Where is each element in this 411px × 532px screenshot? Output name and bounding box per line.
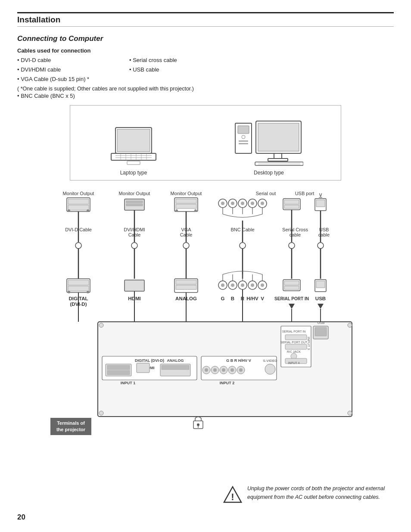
desktop-label: Desktop type xyxy=(254,170,284,176)
svg-point-168 xyxy=(265,364,275,374)
svg-point-48 xyxy=(231,202,234,205)
svg-rect-13 xyxy=(238,126,249,134)
svg-point-170 xyxy=(99,411,103,415)
svg-text:Serial out: Serial out xyxy=(256,191,276,196)
svg-text:INPUT 3: INPUT 3 xyxy=(307,337,311,350)
laptop-icon xyxy=(108,125,159,166)
svg-point-77 xyxy=(240,243,246,249)
svg-rect-106 xyxy=(284,281,299,285)
svg-rect-109 xyxy=(316,281,325,288)
svg-point-75 xyxy=(131,243,137,249)
svg-point-79 xyxy=(318,243,324,249)
svg-text:Monitor Output: Monitor Output xyxy=(63,191,94,196)
svg-point-165 xyxy=(239,368,243,372)
svg-point-104 xyxy=(261,283,264,287)
svg-rect-36 xyxy=(126,204,143,206)
svg-rect-133 xyxy=(285,335,307,340)
svg-text:Serial Cross: Serial Cross xyxy=(282,227,308,232)
svg-point-169 xyxy=(99,323,103,327)
svg-text:Monitor Output: Monitor Output xyxy=(171,191,202,196)
svg-rect-11 xyxy=(127,161,140,165)
svg-text:USB port: USB port xyxy=(295,191,314,196)
svg-text:ANALOG: ANALOG xyxy=(167,358,184,363)
cables-note: ( *One cable is supplied; Other cables a… xyxy=(17,86,394,92)
cable-item-4: • Serial cross cable xyxy=(129,56,241,65)
svg-point-101 xyxy=(231,283,234,287)
svg-rect-107 xyxy=(284,286,299,289)
svg-point-50 xyxy=(251,202,254,205)
svg-rect-149 xyxy=(137,363,149,373)
svg-point-164 xyxy=(230,368,234,372)
cable-item-2: • DVI/HDMI cable xyxy=(17,65,129,75)
svg-point-76 xyxy=(183,243,189,249)
svg-rect-53 xyxy=(284,200,299,204)
svg-rect-146 xyxy=(107,365,130,370)
svg-rect-21 xyxy=(255,162,303,165)
svg-point-40 xyxy=(175,209,178,212)
svg-point-51 xyxy=(261,202,264,205)
svg-text:Monitor Output: Monitor Output xyxy=(119,191,150,196)
laptop-label: Laptop type xyxy=(120,170,147,176)
svg-text:INPUT 4: INPUT 4 xyxy=(288,361,300,364)
cable-item-1: • DVI-D cable xyxy=(17,56,129,65)
svg-rect-135 xyxy=(285,344,307,349)
svg-rect-91 xyxy=(125,280,144,291)
svg-point-172 xyxy=(348,411,352,415)
svg-point-100 xyxy=(221,283,224,287)
svg-point-163 xyxy=(222,368,225,372)
svg-point-162 xyxy=(213,368,217,372)
svg-rect-56 xyxy=(316,200,325,207)
svg-rect-54 xyxy=(284,205,299,208)
svg-text:INPUT 2: INPUT 2 xyxy=(220,381,235,385)
warning-section: ! Unplug the power cords of both the pro… xyxy=(17,484,394,505)
svg-rect-35 xyxy=(126,201,143,203)
svg-text:USB: USB xyxy=(315,296,326,301)
svg-rect-39 xyxy=(176,204,196,208)
svg-marker-123 xyxy=(318,304,324,309)
svg-point-90 xyxy=(87,291,89,293)
svg-text:USB: USB xyxy=(318,321,324,325)
svg-rect-140 xyxy=(315,327,327,336)
svg-text:SERIAL PORT OUT: SERIAL PORT OUT xyxy=(280,341,308,344)
svg-point-161 xyxy=(205,368,208,372)
svg-rect-87 xyxy=(68,280,89,285)
warning-icon: ! xyxy=(223,485,242,505)
svg-point-49 xyxy=(241,202,244,205)
connection-diagram: Terminals ofthe projector Monitor Output… xyxy=(17,188,394,478)
svg-rect-1 xyxy=(117,129,150,152)
svg-rect-2 xyxy=(111,153,156,160)
svg-rect-88 xyxy=(68,286,89,291)
svg-point-171 xyxy=(348,323,352,327)
cables-bnc: • BNC Cable (BNC x 5) xyxy=(17,93,394,99)
cable-item-3: • VGA Cable (D-sub 15 pin) * xyxy=(17,75,129,84)
svg-text:H/HV: H/HV xyxy=(246,296,258,301)
svg-rect-94 xyxy=(176,285,196,289)
svg-rect-30 xyxy=(68,199,89,204)
header-bar: Installation xyxy=(17,12,394,27)
svg-text:G  B  R  H/HV  V: G B R H/HV V xyxy=(226,358,251,363)
svg-rect-20 xyxy=(268,159,288,161)
svg-text:SERIAL PORT IN: SERIAL PORT IN xyxy=(274,296,309,301)
cables-heading: Cables used for connection xyxy=(17,47,394,54)
svg-marker-121 xyxy=(289,304,295,309)
svg-point-174 xyxy=(197,423,199,426)
svg-point-78 xyxy=(289,243,295,249)
desktop-device: Desktop type xyxy=(234,119,303,176)
cable-item-5: • USB cable xyxy=(129,65,241,75)
svg-point-74 xyxy=(75,243,81,249)
warning-text: Unplug the power cords of both the proje… xyxy=(247,484,394,501)
svg-text:INPUT 1: INPUT 1 xyxy=(121,381,136,385)
svg-text:!: ! xyxy=(231,492,234,502)
svg-text:S-VIDEO: S-VIDEO xyxy=(263,359,277,363)
svg-point-47 xyxy=(221,202,224,205)
page-number: 20 xyxy=(17,513,394,522)
svg-point-103 xyxy=(251,283,254,287)
svg-text:V: V xyxy=(261,296,264,301)
svg-point-102 xyxy=(241,283,244,287)
cables-col-left: • DVI-D cable • DVI/HDMI cable • VGA Cab… xyxy=(17,56,129,84)
svg-rect-19 xyxy=(274,153,282,159)
cables-col-right: • Serial cross cable • USB cable xyxy=(129,56,241,84)
section-title: Connecting to Computer xyxy=(17,34,394,43)
svg-text:SERIAL PORT IN: SERIAL PORT IN xyxy=(282,330,306,333)
svg-text:B: B xyxy=(231,296,234,301)
